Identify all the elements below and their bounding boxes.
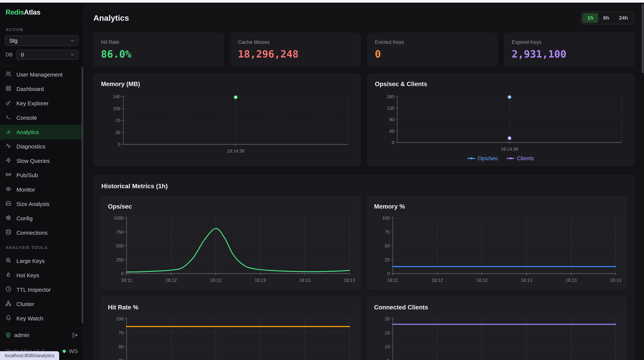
svg-text:100: 100: [382, 216, 390, 220]
page-scrollbar[interactable]: [642, 4, 644, 73]
network-icon: [6, 300, 11, 308]
sidebar-item-monitor[interactable]: Monitor: [0, 182, 84, 197]
stat-value: 86.0%: [101, 48, 216, 60]
time-range-6h-button[interactable]: 6h: [598, 13, 614, 23]
stat-card-evicted-keys: Evicted Keys 0: [367, 33, 498, 66]
logout-icon[interactable]: [72, 332, 78, 338]
svg-text:18:13: 18:13: [610, 278, 621, 283]
svg-text:135: 135: [387, 106, 394, 111]
chart-title: Ops/sec: [108, 203, 354, 210]
active-section-label: ACTIVE: [6, 27, 78, 32]
svg-text:18:13: 18:13: [254, 278, 266, 283]
environment-select[interactable]: Stg: [5, 36, 78, 46]
svg-text:0: 0: [387, 271, 390, 276]
chart-title: Memory (MB): [101, 80, 353, 88]
sidebar-item-key-explorer[interactable]: Key Explorer: [0, 96, 84, 110]
sidebar-item-cluster[interactable]: Cluster: [0, 297, 84, 311]
sidebar-item-user-management[interactable]: User Management: [0, 68, 84, 82]
sidebar-item-config[interactable]: Config: [0, 211, 84, 226]
shield-check-icon: [6, 332, 11, 338]
svg-text:75: 75: [118, 330, 124, 335]
svg-text:18:14:39: 18:14:39: [501, 146, 518, 152]
time-range-1h-button[interactable]: 1h: [582, 13, 598, 23]
section-title: Historical Metrics (1h): [101, 182, 627, 190]
svg-text:140: 140: [113, 94, 120, 99]
sidebar-item-dashboard[interactable]: Dashboard: [0, 82, 84, 96]
sidebar-item-label: Console: [16, 115, 37, 121]
sidebar-item-label: Dashboard: [16, 86, 44, 92]
stat-card-cache-misses: Cache Misses 18,296,248: [230, 33, 361, 66]
main-content: Analytics 1h 6h 24h Hit Rate 86.0% Cache…: [84, 2, 644, 360]
sidebar-item-key-watch[interactable]: Key Watch: [0, 311, 84, 326]
hist-clients-chart: 0510152018:1118:1218:1218:1318:1318:13: [374, 315, 620, 360]
sidebar-item-pubsub[interactable]: Pub/Sub: [0, 168, 84, 182]
chart-title: Hit Rate %: [108, 304, 354, 311]
sidebar-item-connections[interactable]: Connections: [0, 226, 84, 240]
realtime-charts-row: Memory (MB) 0357010514018:14:39 Ops/sec …: [93, 74, 634, 166]
db-select[interactable]: 0: [16, 50, 78, 60]
svg-text:35: 35: [115, 130, 120, 135]
svg-text:18:11: 18:11: [387, 278, 398, 283]
search-x-icon: [6, 258, 11, 264]
svg-text:18:12: 18:12: [210, 278, 222, 283]
hist-memory-chart-card: Memory % 025507510018:1118:1218:1218:131…: [367, 196, 627, 290]
legend-label: Clients: [517, 155, 534, 162]
svg-text:70: 70: [115, 118, 120, 123]
svg-text:45: 45: [389, 129, 394, 134]
sidebar-item-label: Cluster: [16, 301, 34, 307]
sidebar-item-label: User Management: [16, 72, 62, 78]
sidebar-scrollbar[interactable]: [82, 67, 83, 324]
database-icon: [6, 229, 11, 236]
chart-legend: Ops/sec Clients: [375, 155, 627, 162]
db-select-value: 0: [21, 52, 24, 58]
svg-text:250: 250: [116, 257, 124, 262]
sidebar-item-ttl-inspector[interactable]: TTL Inspector: [0, 282, 84, 297]
stat-label: Expired Keys: [512, 40, 627, 45]
sidebar-item-slow-queries[interactable]: Slow Queries: [0, 154, 84, 168]
browser-status-tooltip: localhost:8080/analytics: [0, 351, 59, 360]
svg-text:5: 5: [387, 358, 390, 360]
app-logo: RedisAtlas: [0, 2, 84, 22]
zap-icon: [6, 158, 11, 164]
logo-brand-secondary: Atlas: [24, 8, 40, 16]
stats-row: Hit Rate 86.0% Cache Misses 18,296,248 E…: [93, 33, 634, 66]
hist-memory-chart: 025507510018:1118:1218:1218:1318:1318:13: [374, 214, 620, 285]
sidebar-item-size-analysis[interactable]: Size Analysis: [0, 197, 84, 211]
chart-title: Ops/sec & Clients: [375, 80, 627, 88]
key-icon: [6, 100, 11, 107]
chart-title: Memory %: [374, 203, 620, 210]
sidebar-item-label: Hot Keys: [16, 272, 39, 278]
logo-brand-primary: Redis: [6, 8, 24, 16]
sidebar-item-console[interactable]: Console: [0, 110, 84, 125]
sidebar-item-hot-keys[interactable]: Hot Keys: [0, 268, 84, 282]
time-range-24h-button[interactable]: 24h: [614, 13, 633, 23]
memory-chart-card: Memory (MB) 0357010514018:14:39: [93, 74, 360, 166]
hist-hitrate-chart-card: Hit Rate % 025507510018:1118:1218:1218:1…: [101, 297, 360, 360]
sidebar-item-large-keys[interactable]: Large Keys: [0, 254, 84, 268]
db-label: DB: [6, 52, 13, 58]
svg-text:18:13: 18:13: [521, 278, 532, 283]
svg-text:20: 20: [385, 316, 390, 321]
stat-value: 0: [375, 48, 490, 60]
stat-label: Hit Rate: [101, 40, 216, 45]
svg-text:18:12: 18:12: [432, 278, 443, 283]
environment-section: ACTIVE Stg DB 0: [0, 22, 84, 66]
bar-chart-icon: [6, 129, 11, 136]
chevron-down-icon: [70, 52, 75, 57]
activity-icon: [6, 143, 11, 150]
sidebar-item-analytics[interactable]: Analytics: [0, 125, 84, 139]
sidebar-item-label: Analytics: [16, 129, 39, 135]
sidebar-item-label: Pub/Sub: [16, 172, 38, 178]
svg-text:0: 0: [118, 142, 120, 147]
sidebar-item-diagnostics[interactable]: Diagnostics: [0, 139, 84, 154]
terminal-icon: [6, 114, 11, 121]
svg-text:18:13: 18:13: [566, 278, 576, 283]
sidebar-item-label: Config: [16, 215, 33, 222]
radio-icon: [6, 172, 11, 179]
svg-text:105: 105: [113, 106, 120, 111]
page-title: Analytics: [93, 14, 129, 22]
sidebar-item-label: Monitor: [16, 186, 35, 193]
svg-text:750: 750: [116, 230, 124, 234]
analysis-tools-section-label: ANALYSIS TOOLS: [0, 240, 84, 254]
time-range-toggle: 1h 6h 24h: [581, 12, 634, 24]
